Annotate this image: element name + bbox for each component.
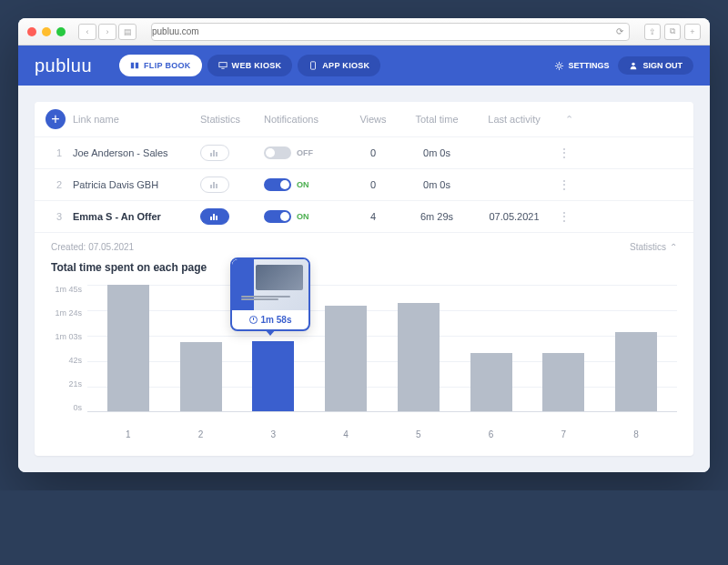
notification-state: OFF	[297, 148, 313, 157]
person-icon	[629, 61, 638, 70]
table-row: 2Patricia Davis GBHON00m 0s⋮	[35, 168, 693, 200]
row-menu-button[interactable]: ⋮	[555, 146, 573, 160]
app-header: publuu FLIP BOOK WEB KIOSK APP KIOSK	[18, 45, 710, 86]
col-last: Last activity	[473, 114, 555, 125]
x-axis: 12345678	[87, 424, 677, 439]
y-tick: 1m 24s	[51, 308, 82, 318]
forward-button[interactable]: ›	[98, 24, 116, 40]
y-tick: 42s	[51, 356, 82, 365]
chart-bar[interactable]	[325, 306, 367, 411]
back-button[interactable]: ‹	[78, 24, 96, 40]
stats-panel: Created: 07.05.2021 Statistics ⌃ Total t…	[35, 232, 693, 456]
bar-chart-icon	[210, 149, 219, 156]
new-tab-button[interactable]: +	[684, 24, 701, 40]
col-total: Total time	[400, 114, 473, 125]
signout-button[interactable]: SIGN OUT	[618, 56, 693, 75]
tab-webkiosk[interactable]: WEB KIOSK	[207, 55, 293, 76]
settings-link[interactable]: SETTINGS	[554, 61, 609, 70]
tab-appkiosk[interactable]: APP KIOSK	[298, 55, 380, 76]
clock-icon	[249, 316, 258, 324]
row-menu-button[interactable]: ⋮	[555, 209, 573, 224]
links-card: + Link name Statistics Notifications Vie…	[35, 102, 693, 456]
x-tick: 8	[615, 424, 657, 439]
col-stats: Statistics	[200, 114, 264, 125]
maximize-icon[interactable]	[56, 27, 66, 36]
plot-area: 1m 58s	[87, 285, 677, 412]
bar-chart-icon	[210, 181, 219, 188]
chart-bar[interactable]	[542, 353, 584, 411]
y-tick: 21s	[51, 379, 82, 388]
notification-toggle[interactable]	[264, 210, 291, 223]
table-row: 1Joe Anderson - SalesOFF00m 0s⋮	[35, 136, 693, 168]
chart-bar[interactable]	[252, 341, 294, 411]
add-link-button[interactable]: +	[46, 109, 66, 129]
total-time-value: 6m 29s	[400, 211, 473, 222]
svg-rect-1	[311, 62, 316, 69]
last-activity-value: 07.05.2021	[473, 211, 555, 222]
page-thumbnail	[232, 259, 308, 310]
share-icon[interactable]: ⇪	[644, 24, 661, 40]
row-number: 2	[46, 179, 73, 190]
link-name: Emma S - An Offer	[73, 211, 200, 222]
chart-bar[interactable]	[107, 285, 149, 411]
traffic-lights	[27, 27, 66, 36]
stats-button[interactable]	[200, 208, 229, 225]
close-icon[interactable]	[27, 27, 36, 36]
row-number: 3	[46, 211, 73, 222]
col-notif: Notifications	[264, 114, 346, 125]
browser-window: ‹ › ▤ publuu.com ⟳ ⇪ ⧉ + publuu FLIP BOO…	[18, 18, 710, 472]
y-tick: 1m 03s	[51, 332, 82, 341]
views-value: 0	[346, 147, 400, 158]
notification-toggle[interactable]	[264, 146, 291, 159]
total-time-value: 0m 0s	[400, 147, 473, 158]
notification-toggle[interactable]	[264, 178, 291, 191]
notification-state: ON	[297, 180, 309, 189]
svg-point-2	[558, 65, 561, 68]
phone-icon	[308, 61, 318, 70]
tab-label: FLIP BOOK	[144, 61, 191, 70]
x-tick: 6	[470, 424, 512, 439]
x-tick: 5	[398, 424, 440, 439]
chart-tooltip: 1m 58s	[230, 257, 310, 331]
tooltip-time: 1m 58s	[232, 310, 308, 329]
notification-state: ON	[297, 212, 309, 221]
stats-button[interactable]	[200, 145, 229, 161]
url-bar[interactable]: publuu.com ⟳	[151, 23, 630, 41]
stats-button[interactable]	[200, 177, 229, 193]
content-area: + Link name Statistics Notifications Vie…	[18, 86, 710, 472]
chart: 1m 45s1m 24s1m 03s42s21s0s	[51, 285, 677, 439]
stats-toggle-label: Statistics	[630, 242, 666, 252]
table-row: 3Emma S - An OfferON46m 29s07.05.2021⋮	[35, 200, 693, 232]
gear-icon	[554, 61, 563, 70]
total-time-value: 0m 0s	[400, 179, 473, 190]
tabs-icon[interactable]: ⧉	[664, 24, 681, 40]
table-header: + Link name Statistics Notifications Vie…	[35, 102, 693, 136]
chart-title: Total time spent on each page	[51, 261, 677, 274]
minimize-icon[interactable]	[42, 27, 51, 36]
chart-bar[interactable]	[180, 342, 222, 411]
x-tick: 1	[107, 424, 149, 439]
link-name: Patricia Davis GBH	[73, 179, 200, 190]
book-icon	[130, 61, 139, 70]
stats-toggle[interactable]: Statistics ⌃	[630, 242, 677, 252]
chart-bar[interactable]	[615, 332, 657, 411]
row-menu-button[interactable]: ⋮	[555, 177, 573, 192]
signout-label: SIGN OUT	[642, 61, 682, 70]
sidebar-button[interactable]: ▤	[118, 24, 136, 40]
collapse-icon[interactable]: ⌃	[555, 114, 573, 126]
monitor-icon	[218, 61, 228, 70]
x-tick: 2	[180, 424, 222, 439]
x-tick: 7	[542, 424, 584, 439]
y-tick: 1m 45s	[51, 285, 82, 294]
x-tick: 3	[252, 424, 294, 439]
svg-rect-0	[218, 63, 226, 67]
tab-flipbook[interactable]: FLIP BOOK	[119, 55, 202, 76]
chart-bar[interactable]	[398, 303, 440, 411]
views-value: 0	[346, 179, 400, 190]
url-text: publuu.com	[152, 26, 199, 36]
chart-bar[interactable]	[470, 353, 512, 411]
x-tick: 4	[325, 424, 367, 439]
refresh-icon[interactable]: ⟳	[616, 26, 623, 36]
tooltip-value: 1m 58s	[261, 315, 292, 325]
chevron-up-icon: ⌃	[670, 242, 677, 252]
